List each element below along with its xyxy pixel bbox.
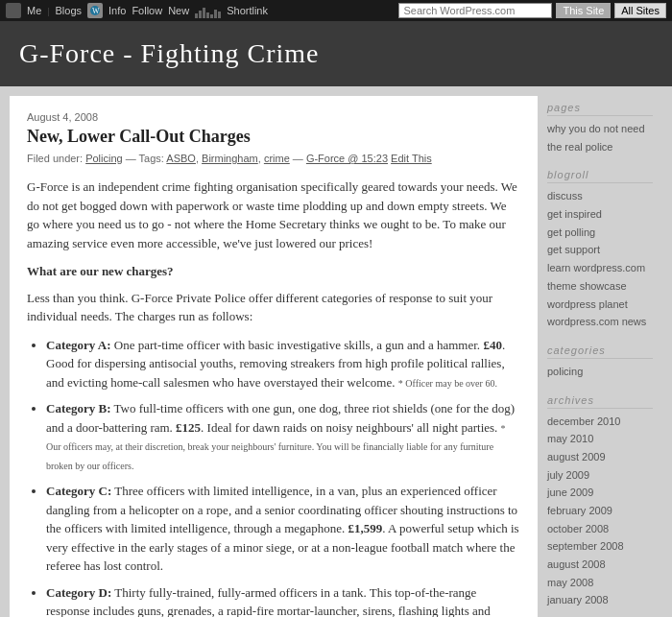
archive-item[interactable]: january 2008 bbox=[547, 591, 653, 609]
pages-heading: pages bbox=[547, 102, 653, 116]
archive-item[interactable]: december 2010 bbox=[547, 413, 653, 431]
blogroll-item[interactable]: discuss bbox=[547, 187, 653, 205]
archive-item[interactable]: july 2009 bbox=[547, 466, 653, 485]
sidebar-categories: categories policing bbox=[547, 344, 653, 381]
edit-this-link[interactable]: Edit This bbox=[391, 153, 432, 164]
top-bar: Me | Blogs W Info Follow New Shortlink T… bbox=[0, 0, 672, 21]
topbar-follow[interactable]: Follow bbox=[132, 5, 162, 16]
archive-item[interactable]: may 2010 bbox=[547, 430, 653, 448]
category-item: Category D: Thirty fully-trained, fully-… bbox=[46, 583, 520, 618]
sidebar-blogroll: blogroll discussget inspiredget pollingg… bbox=[547, 169, 653, 331]
sidebar-category-item[interactable]: policing bbox=[547, 363, 653, 381]
topbar-stats-icon bbox=[195, 3, 221, 18]
archive-links: december 2010may 2010august 2009july 200… bbox=[547, 413, 653, 610]
blogroll-item[interactable]: get polling bbox=[547, 224, 653, 242]
blogroll-item[interactable]: learn wordpress.com bbox=[547, 259, 653, 277]
wp-icon: W bbox=[87, 3, 103, 18]
all-sites-button[interactable]: All Sites bbox=[614, 3, 666, 18]
topbar-me[interactable]: Me bbox=[27, 5, 41, 16]
sidebar-archives: archives december 2010may 2010august 200… bbox=[547, 394, 653, 610]
content-wrapper: August 4, 2008 New, Lower Call-Out Charg… bbox=[0, 86, 672, 617]
charges-intro: Less than you think. G-Force Private Pol… bbox=[27, 289, 520, 326]
svg-text:W: W bbox=[92, 7, 100, 15]
archive-item[interactable]: october 2008 bbox=[547, 520, 653, 538]
blogroll-heading: blogroll bbox=[547, 169, 653, 183]
archive-item[interactable]: june 2009 bbox=[547, 484, 653, 502]
categories-list: Category A: One part-time officer with b… bbox=[46, 336, 520, 618]
category-item: Category A: One part-time officer with b… bbox=[46, 336, 520, 392]
archives-heading: archives bbox=[547, 394, 653, 409]
sidebar-pages: pages why you do not need the real polic… bbox=[547, 102, 653, 155]
archive-item[interactable]: september 2008 bbox=[547, 537, 653, 556]
this-site-button[interactable]: This Site bbox=[556, 3, 611, 18]
post-body: G-Force is an independent crime fighting… bbox=[27, 178, 520, 617]
page-wrapper: G-Force - Fighting Crime August 4, 2008 … bbox=[0, 21, 672, 617]
topbar-info[interactable]: Info bbox=[108, 5, 126, 16]
categories-heading: categories bbox=[547, 344, 653, 359]
archive-item[interactable]: may 2008 bbox=[547, 574, 653, 592]
category-item: Category C: Three officers with limited … bbox=[46, 482, 520, 576]
post-date: August 4, 2008 bbox=[27, 111, 520, 123]
main-content: August 4, 2008 New, Lower Call-Out Charg… bbox=[10, 96, 538, 617]
archive-item[interactable]: february 2009 bbox=[547, 502, 653, 520]
topbar-new[interactable]: New bbox=[168, 5, 189, 16]
blogroll-item[interactable]: wordpress.com news bbox=[547, 313, 653, 331]
tag-crime[interactable]: crime bbox=[264, 153, 290, 164]
post-intro: G-Force is an independent crime fighting… bbox=[27, 178, 520, 252]
blogroll-item[interactable]: theme showcase bbox=[547, 277, 653, 296]
site-header: G-Force - Fighting Crime bbox=[0, 21, 672, 86]
topbar-shortlink[interactable]: Shortlink bbox=[227, 5, 268, 16]
charges-heading: What are our new charges? bbox=[27, 262, 520, 281]
blogroll-item[interactable]: wordpress planet bbox=[547, 296, 653, 314]
search-input[interactable] bbox=[398, 3, 552, 18]
tag-asbo[interactable]: ASBO bbox=[166, 153, 196, 164]
post-meta: Filed under: Policing — Tags: ASBO, Birm… bbox=[27, 153, 520, 164]
meta-gforce[interactable]: G-Force @ 15:23 bbox=[306, 153, 388, 164]
blogroll-item[interactable]: get support bbox=[547, 241, 653, 259]
category-links: policing bbox=[547, 363, 653, 381]
category-item: Category B: Two full-time officers with … bbox=[46, 399, 520, 474]
meta-policing-link[interactable]: Policing bbox=[85, 153, 123, 164]
archive-item[interactable]: august 2009 bbox=[547, 448, 653, 466]
topbar-blogs[interactable]: Blogs bbox=[55, 5, 82, 16]
blogroll-links: discussget inspiredget pollingget suppor… bbox=[547, 187, 653, 331]
topbar-search-area: This Site All Sites bbox=[398, 3, 666, 18]
site-title: G-Force - Fighting Crime bbox=[19, 38, 653, 69]
user-avatar bbox=[6, 3, 21, 18]
sidebar-page-item[interactable]: why you do not need the real police bbox=[547, 120, 653, 155]
tags-label: Tags: bbox=[139, 153, 164, 164]
filed-label: Filed under: bbox=[27, 153, 83, 164]
tag-birmingham[interactable]: Birmingham bbox=[202, 153, 258, 164]
post-title: New, Lower Call-Out Charges bbox=[27, 127, 520, 147]
archive-item[interactable]: august 2008 bbox=[547, 556, 653, 574]
sidebar: pages why you do not need the real polic… bbox=[538, 96, 662, 617]
blogroll-item[interactable]: get inspired bbox=[547, 205, 653, 224]
